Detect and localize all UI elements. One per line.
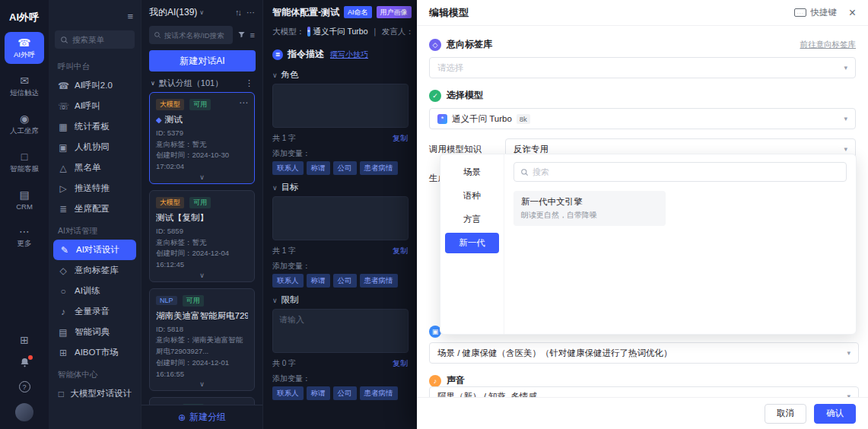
sidebar-collapse-icon[interactable]: ≡ bbox=[127, 11, 133, 22]
chevron-down-icon: ∨ bbox=[151, 80, 155, 87]
sidebar-item-ai-call[interactable]: ☏ AI呼叫 bbox=[49, 96, 141, 116]
close-icon[interactable]: × bbox=[849, 7, 856, 19]
more-icon[interactable]: ⋯ bbox=[246, 8, 255, 17]
rail-bottom: ⊞ ? bbox=[0, 334, 49, 421]
notification-bell-icon[interactable] bbox=[19, 357, 30, 370]
panel-tab-language[interactable]: 语种 bbox=[445, 186, 499, 206]
variable-contact-button[interactable]: 联系人 bbox=[272, 386, 304, 400]
rail-item-sms[interactable]: ✉ 短信触达 bbox=[5, 70, 44, 102]
variable-patient-button[interactable]: 患者病情 bbox=[360, 161, 398, 175]
sidebar-item-human-machine[interactable]: ▣ 人机协同 bbox=[49, 137, 141, 157]
card-expand-icon[interactable]: ∨ bbox=[156, 272, 248, 279]
help-icon[interactable]: ? bbox=[19, 381, 30, 392]
cancel-button[interactable]: 取消 bbox=[765, 404, 806, 424]
sidebar-item-ai-call-20[interactable]: ☎ AI呼叫2.0 bbox=[49, 75, 141, 96]
card-expand-icon[interactable]: ∨ bbox=[156, 380, 248, 388]
ai-search-box[interactable] bbox=[149, 26, 233, 44]
variable-patient-button[interactable]: 患者病情 bbox=[360, 274, 398, 288]
group-row[interactable]: ∨ 默认分组（101） ⋮ bbox=[141, 78, 262, 92]
goal-textarea[interactable] bbox=[272, 196, 409, 240]
variable-company-button[interactable]: 公司 bbox=[333, 161, 357, 175]
rail-item-human-agent[interactable]: ◉ 人工坐席 bbox=[5, 108, 44, 140]
sidebar-item-intent-tags[interactable]: ◇ 意向标签库 bbox=[49, 260, 141, 281]
rail-item-ai-outbound[interactable]: ☎ AI外呼 bbox=[5, 32, 44, 64]
shortcut-button[interactable]: ··· 快捷键 bbox=[794, 7, 837, 18]
chat-icon: □ bbox=[58, 389, 65, 399]
sliders-icon: ≣ bbox=[58, 204, 68, 214]
variable-salutation-button[interactable]: 称谓 bbox=[307, 274, 330, 288]
rail-item-crm[interactable]: ▤ CRM bbox=[5, 184, 44, 214]
model-value[interactable]: 通义千问 Turbo bbox=[313, 27, 368, 37]
menu-sidebar: ≡ 呼叫中台 ☎ AI呼叫2.0 ☏ AI呼叫 ▦ 统计看板 ▣ 人机协同 △ … bbox=[49, 0, 141, 429]
section-title: 限制 bbox=[281, 294, 299, 306]
sidebar-item-seat-config[interactable]: ≣ 坐席配置 bbox=[49, 199, 141, 219]
variable-company-button[interactable]: 公司 bbox=[333, 274, 357, 288]
sort-icon[interactable]: ↑↓ bbox=[235, 8, 240, 17]
variable-patient-button[interactable]: 患者病情 bbox=[360, 386, 398, 400]
goto-intent-library-link[interactable]: 前往意向标签库 bbox=[800, 40, 857, 50]
role-textarea[interactable] bbox=[272, 84, 409, 128]
card-title-text: 湖南美迪富智能厨电729039270... bbox=[156, 310, 248, 322]
confirm-button[interactable]: 确认 bbox=[814, 404, 856, 424]
ai-card[interactable]: 大模型 可用 测试【复制】 ID: 5859 意向标签：暂无 创建时间：2024… bbox=[149, 190, 255, 282]
list-settings-icon[interactable]: ≡ bbox=[250, 30, 255, 40]
ai-card[interactable]: ⋯ 大模型 可用 ◆ 测试 ID: 5379 意向标签：暂无 创建时间：2024… bbox=[149, 92, 255, 184]
section-header-role[interactable]: ∨ 角色 bbox=[263, 62, 417, 84]
warning-icon: △ bbox=[58, 163, 68, 173]
phone-icon: ☎ bbox=[17, 37, 30, 48]
panel-tab-scene[interactable]: 场景 bbox=[445, 162, 499, 183]
apps-grid-icon[interactable]: ⊞ bbox=[20, 334, 29, 346]
scene-select[interactable]: 场景 / 健康保健（含医美）（针对健康保健进行了热词优化） ▾ bbox=[429, 342, 859, 364]
sidebar-item-ai-dialog-design[interactable]: ✎ AI对话设计 bbox=[53, 240, 136, 260]
ai-naming-tag[interactable]: AI命名 bbox=[344, 6, 372, 18]
new-dialog-ai-button[interactable]: 新建对话AI bbox=[149, 50, 256, 72]
sidebar-search-input[interactable] bbox=[72, 35, 129, 44]
engine-option-title: 新一代中文引擎 bbox=[521, 196, 658, 208]
sidebar-item-dashboard[interactable]: ▦ 统计看板 bbox=[49, 116, 141, 137]
variable-company-button[interactable]: 公司 bbox=[333, 386, 357, 400]
sidebar-search[interactable] bbox=[55, 30, 135, 49]
card-expand-icon[interactable]: ∨ bbox=[156, 173, 248, 181]
sidebar-item-blacklist[interactable]: △ 黑名单 bbox=[49, 157, 141, 178]
rail-item-more[interactable]: ⋯ 更多 bbox=[5, 221, 44, 253]
copy-link[interactable]: 复制 bbox=[393, 358, 408, 369]
intent-select[interactable]: 请选择 ▾ bbox=[429, 57, 856, 78]
chat-icon: □ bbox=[21, 151, 27, 162]
section-header-goal[interactable]: ∨ 目标 bbox=[263, 175, 417, 196]
copy-link[interactable]: 复制 bbox=[393, 246, 408, 256]
variable-salutation-button[interactable]: 称谓 bbox=[307, 386, 330, 400]
panel-search-input[interactable] bbox=[533, 167, 840, 176]
variable-contact-button[interactable]: 联系人 bbox=[272, 274, 304, 288]
section-header-constraint[interactable]: ∨ 限制 bbox=[263, 288, 417, 309]
user-avatar[interactable] bbox=[15, 403, 33, 421]
rail-item-label: CRM bbox=[16, 202, 33, 211]
panel-tab-new-gen[interactable]: 新一代 bbox=[445, 233, 499, 253]
sidebar-item-push[interactable]: ▷ 推送特推 bbox=[49, 178, 141, 199]
copy-link[interactable]: 复制 bbox=[393, 133, 408, 144]
sidebar-item-label: AIBOT市场 bbox=[75, 347, 119, 358]
sidebar-item-dictionary[interactable]: ▤ 智能词典 bbox=[49, 322, 141, 342]
group-more-icon[interactable]: ⋮ bbox=[245, 78, 253, 88]
rail-item-smart-service[interactable]: □ 智能客服 bbox=[5, 146, 44, 178]
engine-option-new-gen-chinese[interactable]: 新一代中文引擎 朗读更自然，自带降噪 bbox=[513, 191, 666, 226]
card-type-tag: NLP bbox=[156, 296, 177, 305]
panel-tab-dialect[interactable]: 方言 bbox=[445, 209, 499, 230]
filter-funnel-icon[interactable] bbox=[237, 30, 246, 40]
sidebar-item-aibot-market[interactable]: ⊞ AIBOT市场 bbox=[49, 342, 141, 363]
variable-salutation-button[interactable]: 称谓 bbox=[307, 161, 330, 175]
sidebar-item-ai-training[interactable]: ○ AI训练 bbox=[49, 281, 141, 301]
variable-contact-button[interactable]: 联系人 bbox=[272, 161, 304, 175]
ai-list-title[interactable]: 我的AI(139) ∨ bbox=[149, 6, 204, 19]
user-profile-tag[interactable]: 用户画像 bbox=[377, 6, 412, 18]
panel-search-box[interactable] bbox=[513, 162, 847, 182]
constraint-textarea[interactable] bbox=[272, 309, 409, 353]
card-more-icon[interactable]: ⋯ bbox=[239, 97, 248, 108]
card-id: ID: 5379 bbox=[156, 128, 248, 139]
new-group-button[interactable]: ⊕ 新建分组 bbox=[141, 405, 262, 429]
sidebar-item-recordings[interactable]: ♪ 全量录音 bbox=[49, 301, 141, 322]
ai-card[interactable]: NLP 可用 湖南美迪富智能厨电729039270... ID: 5818 意向… bbox=[149, 288, 255, 392]
model-select[interactable]: * 通义千问 Turbo 8k ▾ bbox=[429, 108, 856, 129]
writing-tips-link[interactable]: 撰写小技巧 bbox=[330, 49, 368, 60]
sidebar-item-llm-dialog-design[interactable]: □ 大模型对话设计 bbox=[49, 383, 141, 404]
ai-search-input[interactable] bbox=[164, 31, 228, 40]
